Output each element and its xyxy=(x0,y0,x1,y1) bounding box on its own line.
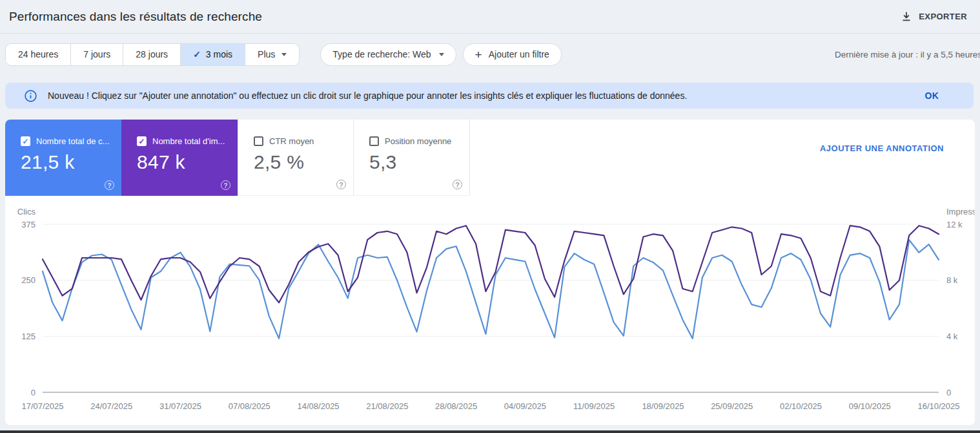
page-header: Performances dans les résultats de reche… xyxy=(0,0,980,34)
metric-value: 847 k xyxy=(137,151,230,173)
chevron-down-icon xyxy=(281,53,287,56)
checkbox-unchecked-icon[interactable] xyxy=(369,136,379,146)
date-range-7d[interactable]: 7 jours xyxy=(71,44,123,65)
plus-icon: + xyxy=(475,48,482,61)
metric-label: Nombre total d'im... xyxy=(152,136,225,146)
y-tick-right: 4 k xyxy=(946,332,958,341)
date-range-3m-selected[interactable]: ✓ 3 mois xyxy=(181,44,245,65)
filter-toolbar: 24 heures 7 jours 28 jours ✓ 3 mois Plus… xyxy=(0,34,980,75)
add-filter-label: Ajouter un filtre xyxy=(489,49,549,59)
bottom-divider xyxy=(0,430,980,433)
export-button[interactable]: EXPORTER xyxy=(900,9,968,25)
date-range-group: 24 heures 7 jours 28 jours ✓ 3 mois Plus xyxy=(5,43,300,66)
performance-chart[interactable]: 001254 k2508 k37512 kClicsImpressions17/… xyxy=(5,200,975,420)
checkbox-checked-icon[interactable]: ✓ xyxy=(21,136,30,146)
x-tick-label: 28/08/2025 xyxy=(435,401,477,411)
x-tick-label: 07/08/2025 xyxy=(229,401,271,411)
metric-label: CTR moyen xyxy=(269,136,314,146)
download-icon xyxy=(901,12,912,22)
banner-text: Nouveau ! Cliquez sur "Ajouter une annot… xyxy=(48,90,910,101)
date-range-28d[interactable]: 28 jours xyxy=(123,44,181,65)
series-line-clics xyxy=(43,240,939,339)
x-tick-label: 11/09/2025 xyxy=(573,401,615,411)
x-tick-label: 24/07/2025 xyxy=(90,401,132,411)
metric-card-total-clicks[interactable]: ✓ Nombre total de c... 21,5 k ? xyxy=(5,120,121,196)
checkbox-checked-icon[interactable]: ✓ xyxy=(137,136,147,146)
add-filter-button[interactable]: + Ajouter un filtre xyxy=(463,43,562,66)
x-tick-label: 16/10/2025 xyxy=(917,401,959,411)
date-range-label: 7 jours xyxy=(83,49,110,59)
y-tick-left: 250 xyxy=(21,275,36,285)
search-type-filter[interactable]: Type de recherche: Web xyxy=(320,43,456,66)
banner-ok-button[interactable]: OK xyxy=(921,89,943,102)
checkbox-unchecked-icon[interactable] xyxy=(254,136,263,146)
check-icon: ✓ xyxy=(193,49,201,59)
x-tick-label: 04/09/2025 xyxy=(504,401,546,411)
y-tick-right: 0 xyxy=(946,388,951,397)
chart-area[interactable]: 001254 k2508 k37512 kClicsImpressions17/… xyxy=(5,200,975,423)
y-tick-left: 125 xyxy=(21,332,36,341)
date-range-label: 24 heures xyxy=(18,49,58,59)
chevron-down-icon xyxy=(439,53,444,56)
last-update-text: Dernière mise à jour : il y a 5,5 heures xyxy=(835,50,980,59)
y-tick-right: 12 k xyxy=(946,220,963,229)
annotation-announcement-banner: Nouveau ! Cliquez sur "Ajouter une annot… xyxy=(5,83,974,109)
x-tick-label: 17/07/2025 xyxy=(21,401,63,411)
x-tick-label: 25/09/2025 xyxy=(711,401,753,411)
performance-panel: ✓ Nombre total de c... 21,5 k ? ✓ Nombre… xyxy=(5,120,975,425)
metric-card-avg-position[interactable]: Position moyenne 5,3 ? xyxy=(354,120,470,196)
help-icon[interactable]: ? xyxy=(336,180,346,189)
right-axis-title: Impressions xyxy=(946,207,975,216)
metric-card-total-impressions[interactable]: ✓ Nombre total d'im... 847 k ? xyxy=(121,120,238,196)
metric-value: 2,5 % xyxy=(254,151,345,173)
search-type-label: Type de recherche: Web xyxy=(332,49,431,59)
y-tick-right: 8 k xyxy=(946,275,958,285)
x-tick-label: 02/10/2025 xyxy=(780,401,822,411)
metric-value: 21,5 k xyxy=(21,151,114,173)
x-tick-label: 21/08/2025 xyxy=(366,401,408,411)
metric-label: Position moyenne xyxy=(385,136,451,146)
y-tick-left: 375 xyxy=(21,220,36,229)
metric-card-avg-ctr[interactable]: CTR moyen 2,5 % ? xyxy=(238,120,354,196)
metric-label: Nombre total de c... xyxy=(36,136,109,146)
page-title: Performances dans les résultats de reche… xyxy=(9,10,262,24)
date-range-label: 3 mois xyxy=(206,49,232,59)
x-tick-label: 14/08/2025 xyxy=(298,401,340,411)
y-tick-left: 0 xyxy=(31,388,36,397)
help-icon[interactable]: ? xyxy=(105,180,114,190)
export-label: EXPORTER xyxy=(919,12,967,21)
x-tick-label: 31/07/2025 xyxy=(159,401,201,411)
help-icon[interactable]: ? xyxy=(453,180,462,189)
date-range-label: 28 jours xyxy=(136,49,168,59)
help-icon[interactable]: ? xyxy=(221,180,230,190)
x-tick-label: 18/09/2025 xyxy=(642,401,684,411)
date-range-24h[interactable]: 24 heures xyxy=(6,44,71,65)
x-tick-label: 09/10/2025 xyxy=(849,401,891,411)
left-axis-title: Clics xyxy=(17,207,36,216)
metric-value: 5,3 xyxy=(369,151,462,173)
date-range-label: Plus xyxy=(258,49,275,59)
date-range-more[interactable]: Plus xyxy=(245,44,299,65)
add-annotation-button[interactable]: AJOUTER UNE ANNOTATION xyxy=(816,143,948,154)
series-line-impressions-k- xyxy=(43,226,939,302)
metrics-row: ✓ Nombre total de c... 21,5 k ? ✓ Nombre… xyxy=(5,120,975,196)
info-icon xyxy=(25,90,37,102)
